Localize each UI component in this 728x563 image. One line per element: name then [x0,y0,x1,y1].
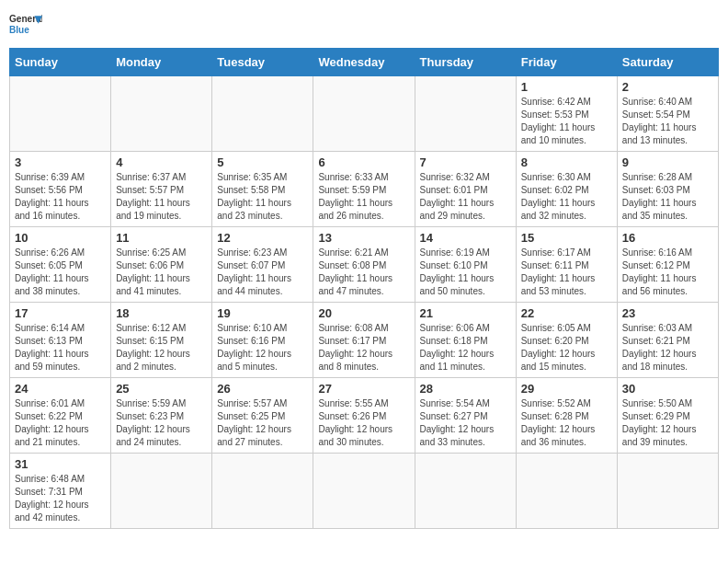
calendar-day-cell [516,454,617,529]
day-number: 13 [318,231,409,245]
day-number: 27 [318,382,409,396]
day-info: Sunrise: 6:01 AM Sunset: 6:22 PM Dayligh… [15,397,106,449]
calendar-day-cell [10,76,111,152]
day-number: 8 [521,155,612,169]
calendar-day-cell: 6Sunrise: 6:33 AM Sunset: 5:59 PM Daylig… [313,152,415,227]
day-info: Sunrise: 5:52 AM Sunset: 6:28 PM Dayligh… [521,397,612,449]
day-info: Sunrise: 6:30 AM Sunset: 6:02 PM Dayligh… [521,171,612,223]
day-number: 6 [318,155,409,169]
weekday-header-cell: Wednesday [313,49,415,76]
day-info: Sunrise: 6:21 AM Sunset: 6:08 PM Dayligh… [318,247,409,298]
calendar-day-cell: 11Sunrise: 6:25 AM Sunset: 6:06 PM Dayli… [111,227,212,303]
calendar-day-cell: 16Sunrise: 6:16 AM Sunset: 6:12 PM Dayli… [617,227,718,303]
day-info: Sunrise: 6:19 AM Sunset: 6:10 PM Dayligh… [420,247,511,298]
calendar-week-row: 1Sunrise: 6:42 AM Sunset: 5:53 PM Daylig… [10,76,719,152]
day-info: Sunrise: 6:03 AM Sunset: 6:21 PM Dayligh… [622,322,713,373]
day-number: 15 [521,231,612,245]
day-info: Sunrise: 6:40 AM Sunset: 5:54 PM Dayligh… [622,96,713,147]
weekday-header-cell: Saturday [617,49,718,76]
day-info: Sunrise: 6:39 AM Sunset: 5:56 PM Dayligh… [15,171,106,223]
calendar-day-cell: 22Sunrise: 6:05 AM Sunset: 6:20 PM Dayli… [516,303,617,378]
day-number: 25 [116,382,207,396]
calendar-body: 1Sunrise: 6:42 AM Sunset: 5:53 PM Daylig… [10,76,719,529]
day-info: Sunrise: 6:17 AM Sunset: 6:11 PM Dayligh… [521,247,612,298]
calendar-day-cell: 14Sunrise: 6:19 AM Sunset: 6:10 PM Dayli… [415,227,516,303]
day-number: 4 [116,155,207,169]
day-number: 30 [622,382,713,396]
svg-text:Blue: Blue [9,25,29,35]
calendar-week-row: 3Sunrise: 6:39 AM Sunset: 5:56 PM Daylig… [10,152,719,227]
day-info: Sunrise: 6:10 AM Sunset: 6:16 PM Dayligh… [217,322,308,373]
calendar-day-cell: 10Sunrise: 6:26 AM Sunset: 6:05 PM Dayli… [10,227,111,303]
day-number: 14 [420,231,511,245]
calendar-day-cell: 26Sunrise: 5:57 AM Sunset: 6:25 PM Dayli… [212,378,313,454]
weekday-header-cell: Friday [516,49,617,76]
calendar-day-cell [111,454,212,529]
day-info: Sunrise: 6:26 AM Sunset: 6:05 PM Dayligh… [15,247,106,298]
calendar-day-cell: 21Sunrise: 6:06 AM Sunset: 6:18 PM Dayli… [415,303,516,378]
day-info: Sunrise: 6:08 AM Sunset: 6:17 PM Dayligh… [318,322,409,373]
calendar-day-cell: 29Sunrise: 5:52 AM Sunset: 6:28 PM Dayli… [516,378,617,454]
day-info: Sunrise: 5:55 AM Sunset: 6:26 PM Dayligh… [318,397,409,449]
day-number: 26 [217,382,308,396]
logo: General Blue [9,9,42,42]
calendar-day-cell: 2Sunrise: 6:40 AM Sunset: 5:54 PM Daylig… [617,76,718,152]
day-number: 29 [521,382,612,396]
day-number: 11 [116,231,207,245]
calendar-day-cell: 30Sunrise: 5:50 AM Sunset: 6:29 PM Dayli… [617,378,718,454]
calendar-day-cell: 13Sunrise: 6:21 AM Sunset: 6:08 PM Dayli… [313,227,415,303]
calendar-day-cell: 4Sunrise: 6:37 AM Sunset: 5:57 PM Daylig… [111,152,212,227]
calendar-day-cell: 5Sunrise: 6:35 AM Sunset: 5:58 PM Daylig… [212,152,313,227]
day-info: Sunrise: 6:06 AM Sunset: 6:18 PM Dayligh… [420,322,511,373]
day-info: Sunrise: 6:28 AM Sunset: 6:03 PM Dayligh… [622,171,713,223]
weekday-header-cell: Thursday [415,49,516,76]
calendar-day-cell [313,76,415,152]
day-number: 17 [15,306,106,320]
day-info: Sunrise: 6:25 AM Sunset: 6:06 PM Dayligh… [116,247,207,298]
day-info: Sunrise: 6:35 AM Sunset: 5:58 PM Dayligh… [217,171,308,223]
calendar-week-row: 17Sunrise: 6:14 AM Sunset: 6:13 PM Dayli… [10,303,719,378]
day-number: 22 [521,306,612,320]
weekday-header-cell: Tuesday [212,49,313,76]
day-info: Sunrise: 6:48 AM Sunset: 7:31 PM Dayligh… [15,473,106,524]
weekday-header: SundayMondayTuesdayWednesdayThursdayFrid… [10,49,719,76]
calendar-week-row: 24Sunrise: 6:01 AM Sunset: 6:22 PM Dayli… [10,378,719,454]
day-number: 23 [622,306,713,320]
day-info: Sunrise: 5:50 AM Sunset: 6:29 PM Dayligh… [622,397,713,449]
calendar-day-cell: 23Sunrise: 6:03 AM Sunset: 6:21 PM Dayli… [617,303,718,378]
day-info: Sunrise: 6:14 AM Sunset: 6:13 PM Dayligh… [15,322,106,373]
calendar-day-cell: 18Sunrise: 6:12 AM Sunset: 6:15 PM Dayli… [111,303,212,378]
calendar-day-cell: 12Sunrise: 6:23 AM Sunset: 6:07 PM Dayli… [212,227,313,303]
calendar-day-cell: 25Sunrise: 5:59 AM Sunset: 6:23 PM Dayli… [111,378,212,454]
calendar-day-cell: 8Sunrise: 6:30 AM Sunset: 6:02 PM Daylig… [516,152,617,227]
calendar-day-cell: 15Sunrise: 6:17 AM Sunset: 6:11 PM Dayli… [516,227,617,303]
day-info: Sunrise: 6:16 AM Sunset: 6:12 PM Dayligh… [622,247,713,298]
weekday-header-cell: Monday [111,49,212,76]
day-info: Sunrise: 6:05 AM Sunset: 6:20 PM Dayligh… [521,322,612,373]
calendar-day-cell: 1Sunrise: 6:42 AM Sunset: 5:53 PM Daylig… [516,76,617,152]
day-number: 1 [521,80,612,94]
day-number: 16 [622,231,713,245]
calendar-day-cell: 20Sunrise: 6:08 AM Sunset: 6:17 PM Dayli… [313,303,415,378]
day-number: 18 [116,306,207,320]
day-number: 21 [420,306,511,320]
calendar-day-cell [212,454,313,529]
calendar-day-cell [111,76,212,152]
calendar-day-cell: 31Sunrise: 6:48 AM Sunset: 7:31 PM Dayli… [10,454,111,529]
day-number: 12 [217,231,308,245]
calendar-day-cell: 7Sunrise: 6:32 AM Sunset: 6:01 PM Daylig… [415,152,516,227]
day-number: 2 [622,80,713,94]
calendar-day-cell: 19Sunrise: 6:10 AM Sunset: 6:16 PM Dayli… [212,303,313,378]
day-number: 7 [420,155,511,169]
day-number: 9 [622,155,713,169]
day-number: 3 [15,155,106,169]
calendar-day-cell: 17Sunrise: 6:14 AM Sunset: 6:13 PM Dayli… [10,303,111,378]
calendar-day-cell [415,454,516,529]
day-info: Sunrise: 6:23 AM Sunset: 6:07 PM Dayligh… [217,247,308,298]
calendar-week-row: 10Sunrise: 6:26 AM Sunset: 6:05 PM Dayli… [10,227,719,303]
day-number: 20 [318,306,409,320]
calendar-day-cell: 27Sunrise: 5:55 AM Sunset: 6:26 PM Dayli… [313,378,415,454]
day-info: Sunrise: 6:33 AM Sunset: 5:59 PM Dayligh… [318,171,409,223]
header: General Blue [9,9,719,42]
calendar-day-cell [415,76,516,152]
